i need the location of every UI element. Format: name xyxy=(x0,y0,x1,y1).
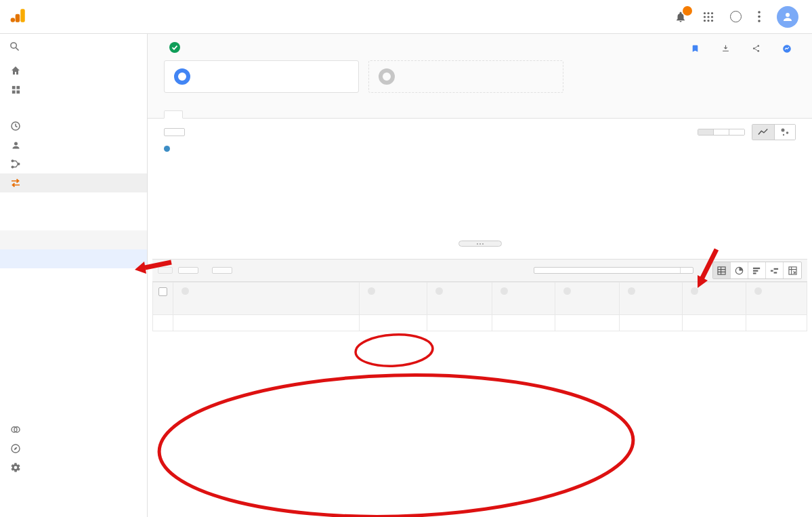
sidebar-nav xyxy=(0,61,147,477)
column-header-page-value[interactable] xyxy=(746,283,807,315)
account-switcher[interactable] xyxy=(106,16,110,18)
sidebar-item-content-drilldown[interactable] xyxy=(0,268,147,287)
sidebar-item-admin[interactable] xyxy=(0,458,147,477)
add-segment-button[interactable] xyxy=(368,60,563,93)
search-input[interactable] xyxy=(26,43,133,52)
sidebar-item-behavior[interactable] xyxy=(0,173,147,192)
chart-x-axis xyxy=(164,229,796,238)
table-totals-row xyxy=(153,315,807,331)
segment-donut-icon xyxy=(174,68,190,85)
column-header-entrances[interactable] xyxy=(555,283,619,315)
share-icon xyxy=(752,44,761,53)
apps-grid-button[interactable] xyxy=(703,12,714,22)
report-tabs xyxy=(148,100,812,119)
sidebar-item-behavior-flow[interactable] xyxy=(0,211,147,230)
save-button[interactable] xyxy=(691,44,704,53)
percentage-view-button[interactable] xyxy=(731,262,748,278)
notifications-button[interactable] xyxy=(675,11,687,23)
share-button[interactable] xyxy=(752,44,765,53)
granularity-day-button[interactable] xyxy=(698,129,714,135)
help-icon xyxy=(368,287,375,295)
help-button[interactable] xyxy=(730,11,742,22)
help-icon xyxy=(691,287,698,295)
column-header-page[interactable] xyxy=(173,283,360,315)
tab-navigation-summary[interactable] xyxy=(183,111,202,118)
column-header-exit-rate[interactable] xyxy=(682,283,746,315)
clock-icon xyxy=(9,121,22,131)
sidebar-item-publisher[interactable] xyxy=(0,382,147,401)
metric-dropdown[interactable] xyxy=(164,128,185,136)
sidebar xyxy=(0,34,148,517)
person-icon xyxy=(9,140,22,150)
sidebar-item-discover[interactable] xyxy=(0,439,147,458)
chart-scrollbar[interactable] xyxy=(458,241,502,247)
sidebar-item-acquisition[interactable] xyxy=(0,154,147,173)
sidebar-item-site-content[interactable] xyxy=(0,230,147,249)
sidebar-item-landing-pages[interactable] xyxy=(0,287,147,306)
granularity-month-button[interactable] xyxy=(729,129,744,135)
segment-all-users[interactable] xyxy=(164,60,359,93)
sidebar-item-site-search[interactable] xyxy=(0,344,147,363)
legend-dot-icon xyxy=(164,146,170,152)
sidebar-item-events[interactable] xyxy=(0,363,147,382)
column-header-avg-time[interactable] xyxy=(492,283,555,315)
granularity-week-button[interactable] xyxy=(714,129,729,135)
sidebar-item-overview[interactable] xyxy=(0,192,147,211)
report-main xyxy=(148,34,812,517)
remove-filter-button[interactable] xyxy=(680,268,693,273)
save-icon xyxy=(691,44,700,53)
column-header-pageviews[interactable] xyxy=(360,283,427,315)
table-controls xyxy=(152,259,807,282)
sidebar-item-attribution[interactable] xyxy=(0,420,147,439)
sidebar-item-customization[interactable] xyxy=(0,80,147,99)
pie-chart-icon xyxy=(735,266,744,275)
user-avatar[interactable] xyxy=(777,6,798,28)
download-icon xyxy=(721,44,730,53)
notification-badge xyxy=(683,6,692,16)
sidebar-item-exit-pages[interactable] xyxy=(0,306,147,325)
sidebar-search[interactable] xyxy=(0,34,147,61)
line-chart[interactable] xyxy=(164,153,796,229)
column-header-unique-pageviews[interactable] xyxy=(427,283,492,315)
sidebar-item-all-pages[interactable] xyxy=(0,249,147,268)
sidebar-item-audience[interactable] xyxy=(0,136,147,154)
pivot-view-button[interactable] xyxy=(784,262,801,278)
data-view-button[interactable] xyxy=(713,262,731,278)
insights-icon xyxy=(782,44,792,54)
granularity-group xyxy=(698,129,745,136)
vertical-dots-icon xyxy=(758,11,761,22)
line-chart-toggle-button[interactable] xyxy=(752,125,775,140)
reports-section-label xyxy=(0,99,147,117)
primary-dimension-bar xyxy=(148,247,812,259)
performance-view-button[interactable] xyxy=(748,262,766,278)
comparison-view-button[interactable] xyxy=(766,262,784,278)
motion-chart-button[interactable] xyxy=(775,125,795,140)
analytics-logo[interactable] xyxy=(9,7,95,26)
acquisition-icon xyxy=(9,159,22,169)
sort-type-dropdown[interactable] xyxy=(212,267,232,274)
secondary-dimension-dropdown[interactable] xyxy=(178,267,198,274)
plot-rows-button[interactable] xyxy=(158,267,173,274)
table-view-switcher xyxy=(712,262,802,279)
export-button[interactable] xyxy=(721,44,734,53)
date-range-picker[interactable] xyxy=(790,60,796,66)
help-icon xyxy=(563,287,571,295)
sidebar-item-experiments[interactable] xyxy=(0,401,147,420)
select-all-checkbox[interactable] xyxy=(158,287,167,296)
help-icon xyxy=(754,287,762,295)
behavior-icon xyxy=(9,178,22,188)
motion-chart-icon xyxy=(780,127,790,137)
sidebar-item-site-speed[interactable] xyxy=(0,325,147,344)
sidebar-item-home[interactable] xyxy=(0,61,147,80)
chart-legend xyxy=(148,142,812,153)
insights-button[interactable] xyxy=(782,44,796,54)
report-title-bar xyxy=(148,34,812,59)
add-segment-donut-icon xyxy=(379,68,395,85)
home-icon xyxy=(9,65,22,76)
person-icon xyxy=(782,11,794,23)
chart-type-group xyxy=(752,124,796,140)
more-options-button[interactable] xyxy=(758,11,761,22)
column-header-bounce-rate[interactable] xyxy=(619,283,682,315)
sidebar-item-realtime[interactable] xyxy=(0,117,147,136)
tab-explorer[interactable] xyxy=(164,110,183,119)
